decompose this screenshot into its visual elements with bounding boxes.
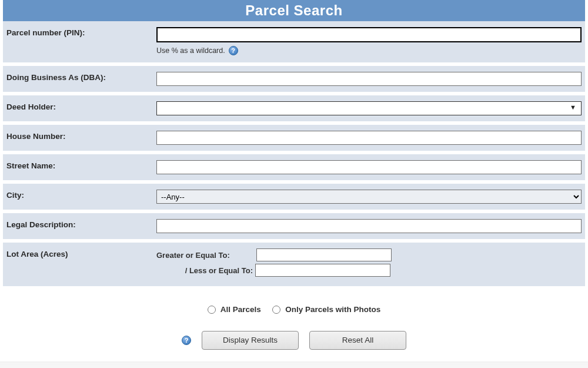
radio-row: All Parcels Only Parcels with Photos	[3, 290, 585, 326]
label-radio-all: All Parcels	[220, 305, 261, 314]
row-dba: Doing Business As (DBA):	[3, 66, 585, 95]
label-pin: Parcel number (PIN):	[6, 27, 156, 37]
hint-pin: Use % as a wildcard. ?	[156, 46, 582, 55]
row-pin: Parcel number (PIN): Use % as a wildcard…	[3, 21, 585, 66]
label-lot-lte: / Less or Equal To:	[156, 266, 255, 275]
input-legal[interactable]	[156, 219, 582, 233]
label-lot: Lot Area (Acres)	[6, 248, 156, 258]
input-pin[interactable]	[156, 27, 582, 42]
button-row: ? Display Results Reset All	[3, 326, 585, 362]
input-dba[interactable]	[156, 72, 582, 86]
input-house[interactable]	[156, 131, 582, 145]
display-results-button[interactable]: Display Results	[202, 331, 299, 350]
input-lot-gte[interactable]	[256, 248, 392, 261]
row-lot: Lot Area (Acres) Greater or Equal To: / …	[3, 243, 585, 290]
row-house: House Number:	[3, 125, 585, 154]
footer-stripe	[0, 362, 588, 369]
select-city[interactable]: --Any--	[156, 190, 582, 204]
row-street: Street Name:	[3, 154, 585, 184]
select-deed[interactable]	[156, 101, 582, 115]
radio-all-parcels[interactable]	[208, 306, 216, 314]
page-title: Parcel Search	[3, 0, 585, 21]
label-street: Street Name:	[6, 160, 156, 170]
row-city: City: --Any--	[3, 184, 585, 213]
help-icon[interactable]: ?	[182, 336, 191, 345]
reset-all-button[interactable]: Reset All	[309, 331, 406, 350]
label-city: City:	[6, 190, 156, 200]
label-legal: Legal Description:	[6, 219, 156, 229]
label-deed: Deed Holder:	[6, 101, 156, 111]
row-deed: Deed Holder:	[3, 95, 585, 125]
input-street[interactable]	[156, 160, 582, 174]
help-icon[interactable]: ?	[229, 46, 238, 55]
label-lot-gte: Greater or Equal To:	[156, 251, 256, 260]
hint-pin-text: Use % as a wildcard.	[156, 47, 225, 55]
row-legal: Legal Description:	[3, 213, 585, 243]
radio-photos-only[interactable]	[272, 306, 280, 314]
label-house: House Number:	[6, 131, 156, 141]
input-lot-lte[interactable]	[255, 264, 390, 277]
label-radio-photos: Only Parcels with Photos	[285, 305, 380, 314]
label-dba: Doing Business As (DBA):	[6, 72, 156, 82]
